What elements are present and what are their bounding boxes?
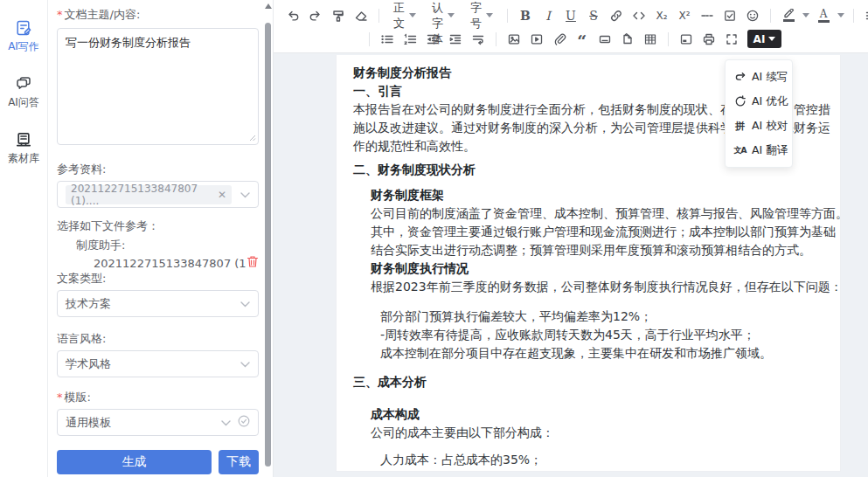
required-asterisk: *	[57, 8, 63, 21]
print-icon[interactable]	[698, 29, 719, 50]
ai-continue-icon	[733, 71, 746, 83]
doc-paragraph-line: 公司目前的制度涵盖了资金管理、成本控制、预算管理、核算与报告、风险管理等方面。	[353, 204, 840, 223]
eraser-icon[interactable]	[351, 5, 372, 26]
toolbar-separator	[668, 32, 669, 46]
format-painter-icon[interactable]	[328, 5, 349, 26]
menu-item-ai-proofread[interactable]: 拼 AI 校对	[726, 114, 792, 138]
bold-icon[interactable]: B	[515, 5, 536, 26]
horizontal-rule-icon[interactable]	[697, 5, 718, 26]
font-color-icon[interactable]: A	[813, 5, 834, 26]
toolbar-separator	[496, 32, 496, 46]
font-size-dropdown[interactable]: 字号	[463, 5, 500, 26]
blockquote-icon[interactable]: “	[572, 29, 593, 50]
toolbar-row-1: 正文 默认字体 字号 B I U S X₂ X² A	[282, 3, 863, 27]
form-actions: 生成 下载	[57, 450, 259, 474]
chevron-down-icon	[409, 13, 416, 17]
ai-tools-button[interactable]: AI	[747, 30, 782, 48]
toolbar-separator	[853, 9, 854, 23]
doc-type-select[interactable]: 技术方案	[57, 290, 259, 317]
attachment-icon[interactable]	[549, 29, 570, 50]
generate-button[interactable]: 生成	[57, 450, 212, 474]
template-value: 通用模板	[66, 415, 221, 431]
toolbar-row-2: “ AI	[282, 27, 863, 51]
toolbar-separator	[378, 9, 379, 23]
doc-list-line: 成本控制在部分项目中存在超支现象，主要集中在研发和市场推广领域。	[353, 344, 840, 363]
underline-icon[interactable]: U	[560, 5, 581, 26]
chevron-down-icon	[240, 297, 250, 310]
font-family-dropdown[interactable]: 默认字体	[425, 5, 462, 26]
doc-list-line: 人力成本：占总成本的35%；	[353, 451, 840, 469]
template-select[interactable]: 通用模板	[57, 409, 259, 436]
download-button[interactable]: 下载	[219, 450, 259, 474]
ordered-list-icon[interactable]	[399, 29, 420, 50]
tag-remove-icon[interactable]: ✕	[218, 189, 226, 201]
float-panel-icon[interactable]	[676, 29, 697, 50]
doc-subheading: 财务制度执行情况	[353, 259, 840, 278]
language-style-select[interactable]: 学术风格	[57, 350, 259, 377]
superscript-icon[interactable]: X²	[674, 5, 695, 26]
chevron-down-icon	[240, 188, 250, 201]
reference-label: 参考资料:	[57, 162, 259, 177]
toolbar-separator	[770, 9, 771, 23]
menu-item-ai-optimize[interactable]: AI 优化	[726, 89, 792, 114]
bullet-list-icon[interactable]	[377, 29, 398, 50]
nav-label-ai-writing: AI写作	[8, 39, 39, 54]
topic-textarea[interactable]: 写一份财务制度分析报告	[57, 28, 259, 145]
ai-optimize-icon	[733, 95, 746, 107]
strikethrough-icon[interactable]: S	[583, 5, 604, 26]
reference-tag: 2021122715133847807 (1).... ✕	[66, 185, 232, 204]
nav-label-material-library: 素材库	[8, 151, 39, 166]
redo-icon[interactable]	[305, 5, 326, 26]
nav-item-ai-writing[interactable]: AI写作	[8, 19, 39, 54]
material-library-icon	[15, 131, 32, 149]
doc-list-line: 部分部门预算执行偏差较大，平均偏差率为12%；	[353, 308, 840, 326]
doc-type-value: 技术方案	[66, 296, 240, 312]
highlight-color-icon[interactable]	[778, 5, 799, 26]
template-label: *模版:	[57, 390, 259, 405]
menu-item-ai-continue[interactable]: AI 续写	[726, 65, 792, 89]
doc-paragraph-line: 其中，资金管理主要通过银行账户管理和现金流预测进行；成本控制以部门预算为基础，	[353, 223, 840, 241]
form-scrollbar[interactable]	[264, 2, 272, 474]
file-section-label: 选择如下文件参考：	[57, 218, 259, 234]
outdent-icon[interactable]	[422, 29, 443, 50]
chevron-down-icon[interactable]	[802, 13, 809, 17]
video-icon[interactable]	[526, 29, 547, 50]
scrollbar-thumb[interactable]	[265, 23, 271, 467]
subscript-icon[interactable]: X₂	[651, 5, 672, 26]
editor-toolbar: 正文 默认字体 字号 B I U S X₂ X² A	[274, 0, 868, 53]
reference-select[interactable]: 2021122715133847807 (1).... ✕	[57, 181, 259, 208]
chevron-down-icon[interactable]	[837, 13, 844, 17]
ai-writing-icon	[15, 19, 32, 37]
nav-item-ai-qa[interactable]: AI问答	[8, 75, 39, 110]
line-break-icon[interactable]	[468, 29, 489, 50]
emoji-icon[interactable]	[742, 5, 763, 26]
italic-icon[interactable]: I	[538, 5, 559, 26]
undo-icon[interactable]	[282, 5, 303, 26]
image-icon[interactable]	[503, 29, 524, 50]
code-icon[interactable]	[628, 5, 649, 26]
scroll-up-arrow-icon[interactable]	[265, 3, 272, 9]
paragraph-style-dropdown[interactable]: 正文	[386, 5, 423, 26]
link-icon[interactable]	[606, 5, 627, 26]
language-style-label: 语言风格:	[57, 331, 259, 347]
toolbar-separator	[369, 32, 370, 46]
page-break-icon[interactable]	[617, 29, 638, 50]
fullscreen-icon[interactable]	[721, 29, 742, 50]
menu-item-ai-translate[interactable]: 文A AI 翻译	[726, 138, 792, 162]
table-icon[interactable]	[640, 29, 661, 50]
textarea-resize-handle[interactable]	[249, 131, 256, 144]
left-nav-rail: AI写作 AI问答 素材库	[0, 0, 48, 477]
nav-item-material-library[interactable]: 素材库	[8, 131, 39, 166]
doc-paragraph-line: 公司的成本主要由以下部分构成：	[353, 424, 840, 442]
topic-label: *文档主题/内容:	[57, 7, 259, 23]
indent-icon[interactable]	[445, 29, 466, 50]
check-circle-icon	[238, 415, 250, 430]
selected-file-row: 2021122715133847807 (1)....	[57, 255, 259, 271]
doc-type-label: 文案类型:	[57, 271, 259, 287]
ai-writing-form-panel: *文档主题/内容: 写一份财务制度分析报告 参考资料: 202112271513…	[48, 0, 274, 477]
delete-file-icon[interactable]	[247, 255, 259, 271]
align-icon[interactable]	[861, 5, 868, 26]
checkbox-icon[interactable]	[719, 5, 740, 26]
chevron-down-icon	[221, 416, 231, 429]
divider-icon[interactable]	[594, 29, 615, 50]
